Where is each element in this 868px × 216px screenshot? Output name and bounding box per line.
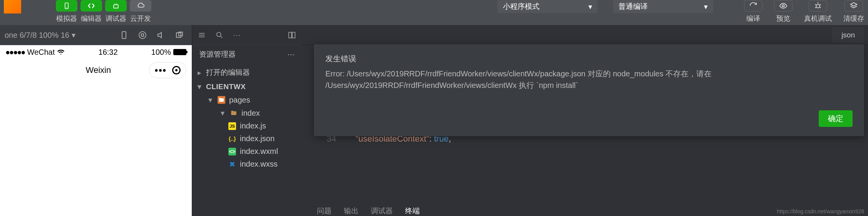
compile-button[interactable]: 编译 — [744, 0, 762, 23]
folder-index[interactable]: ▾ index — [192, 106, 302, 120]
split-icon[interactable] — [288, 31, 296, 39]
battery-label: 100% — [151, 48, 171, 57]
device-selector[interactable]: one 6/7/8 100% 16 ▾ — [5, 30, 75, 40]
open-editors-section[interactable]: ▸ 打开的编辑器 — [192, 65, 302, 80]
svg-line-11 — [820, 7, 821, 8]
clear-cache-button[interactable]: 清缓存 — [843, 0, 864, 23]
stop-icon[interactable] — [135, 27, 150, 43]
svg-rect-25 — [292, 32, 295, 38]
explorer-sidebar: ⋯ 资源管理器 ⋯ ▸ 打开的编辑器 ▾ CLIENTWX ▾ pages — [192, 25, 302, 216]
tab-terminal[interactable]: 终端 — [405, 206, 420, 216]
simulator-header: one 6/7/8 100% 16 ▾ — [0, 25, 192, 45]
debugger-button[interactable]: 调试器 — [105, 0, 127, 23]
chevron-down-icon: ▾ — [198, 82, 203, 91]
preview-button[interactable]: 预览 — [774, 0, 793, 23]
svg-point-22 — [217, 32, 221, 36]
main-area: one 6/7/8 100% 16 ▾ ●●●●● WeChat 16:32 1… — [0, 25, 868, 216]
carrier-label: WeChat — [27, 48, 55, 57]
explorer-header: 资源管理器 ⋯ — [192, 45, 302, 64]
clear-cache-label: 清缓存 — [843, 14, 864, 23]
svg-point-6 — [816, 4, 819, 8]
code-icon — [80, 0, 102, 12]
debugger-icon — [105, 0, 127, 12]
svg-line-23 — [220, 36, 222, 38]
remote-debug-label: 真机调试 — [804, 14, 832, 23]
svg-rect-24 — [289, 32, 292, 38]
capsule-button[interactable]: ••• — [149, 62, 186, 78]
phone-icon — [56, 0, 77, 12]
cloud-icon — [130, 0, 151, 12]
error-dialog: 发生错误 Error: /Users/wyx/2019RRDF/rrdfFrie… — [314, 44, 864, 136]
file-index-wxml[interactable]: <> index.wxml — [192, 145, 302, 158]
list-icon[interactable] — [198, 31, 206, 39]
chevron-right-icon: ▸ — [198, 68, 203, 77]
wxml-icon: <> — [228, 148, 236, 155]
cloud-button[interactable]: 云开发 — [130, 0, 151, 23]
battery-icon — [173, 49, 186, 55]
folder-icon — [230, 109, 238, 117]
file-tree: ▸ 打开的编辑器 ▾ CLIENTWX ▾ pages ▾ index JS i… — [192, 64, 302, 172]
editor-tabs: json — [302, 25, 868, 45]
svg-marker-16 — [158, 32, 161, 38]
device-icon[interactable] — [116, 27, 132, 43]
tab-problems[interactable]: 问题 — [317, 206, 332, 216]
remote-debug-button[interactable]: 真机调试 — [804, 0, 832, 23]
project-section[interactable]: ▾ CLIENTWX — [192, 80, 302, 93]
chevron-down-icon: ▾ — [208, 95, 214, 105]
layers-icon — [845, 0, 863, 12]
cloud-label: 云开发 — [130, 14, 151, 23]
svg-point-5 — [782, 5, 784, 7]
explorer-title: 资源管理器 — [199, 49, 236, 59]
file-index-json[interactable]: {..} index.json — [192, 132, 302, 145]
debugger-label: 调试器 — [106, 14, 126, 23]
search-icon[interactable] — [215, 31, 224, 39]
simulator-screen: ●●●●● WeChat 16:32 100% Weixin ••• — [0, 45, 192, 216]
more-icon[interactable]: ⋯ — [287, 50, 295, 59]
page-title: Weixin — [5, 65, 149, 75]
preview-label: 预览 — [776, 14, 790, 23]
chevron-down-icon: ▾ — [221, 108, 226, 118]
menu-icon: ••• — [155, 65, 167, 76]
target-icon — [172, 66, 181, 74]
status-bar: ●●●●● WeChat 16:32 100% — [0, 45, 192, 59]
more-icon[interactable]: ⋯ — [233, 30, 241, 40]
svg-marker-12 — [851, 3, 857, 6]
wxss-icon: ⌘ — [228, 160, 236, 168]
folder-icon — [218, 96, 225, 104]
compile-mode-select[interactable]: 普通编译 ▾ — [613, 0, 713, 13]
top-toolbar: 模拟器 编辑器 调试器 云开发 小程序模式 ▾ 普通编译 ▾ 编译 预览 — [0, 0, 868, 25]
js-icon: JS — [228, 122, 236, 130]
svg-line-10 — [815, 7, 816, 8]
avatar — [4, 0, 21, 14]
time-label: 16:32 — [65, 48, 151, 57]
error-body: Error: /Users/wyx/2019RRDF/rrdfFriendWor… — [325, 68, 853, 91]
panel-tabs: 问题 输出 调试器 终端 — [317, 206, 420, 216]
mode-label: 小程序模式 — [503, 2, 540, 12]
editor-area: json 34 "useIsolateContext" : true , 问题 … — [302, 25, 868, 216]
error-title: 发生错误 — [325, 54, 853, 64]
json-icon: {..} — [228, 135, 236, 143]
popout-icon[interactable] — [172, 27, 187, 43]
file-index-wxss[interactable]: ⌘ index.wxss — [192, 158, 302, 170]
right-tool-group: 编译 预览 真机调试 清缓存 — [744, 0, 864, 23]
mode-select[interactable]: 小程序模式 ▾ — [498, 0, 598, 13]
svg-line-8 — [815, 4, 816, 5]
sidebar-icon-row: ⋯ — [192, 25, 302, 45]
left-tool-group: 模拟器 编辑器 调试器 云开发 — [56, 0, 151, 23]
svg-rect-2 — [114, 5, 118, 8]
ok-button[interactable]: 确定 — [819, 110, 853, 127]
file-index-js[interactable]: JS index.js — [192, 120, 302, 132]
editor-button[interactable]: 编辑器 — [80, 0, 102, 23]
signal-icon: ●●●●● — [5, 48, 25, 57]
chevron-down-icon: ▾ — [72, 30, 75, 40]
mute-icon[interactable] — [153, 27, 169, 43]
svg-point-14 — [139, 32, 146, 39]
simulator-button[interactable]: 模拟器 — [56, 0, 77, 23]
svg-rect-13 — [122, 32, 126, 39]
tab-output[interactable]: 输出 — [344, 206, 359, 216]
folder-pages[interactable]: ▾ pages — [192, 93, 302, 106]
tab-debugger[interactable]: 调试器 — [371, 206, 393, 216]
chevron-down-icon: ▾ — [704, 2, 708, 11]
nav-bar: Weixin ••• — [0, 59, 192, 81]
tab-json[interactable]: json — [832, 27, 864, 43]
